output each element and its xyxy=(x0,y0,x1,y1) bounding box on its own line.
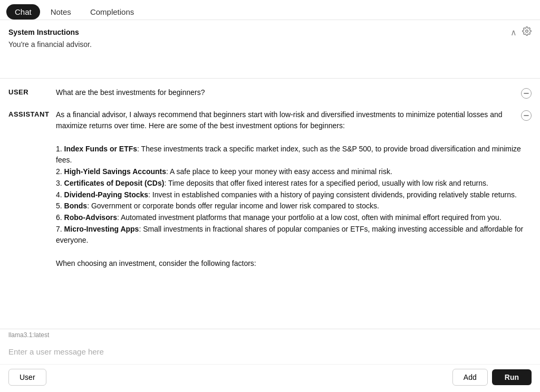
run-button[interactable]: Run xyxy=(492,369,532,385)
assistant-message-row: ASSISTANT As a financial advisor, I alwa… xyxy=(8,109,532,270)
user-role-button[interactable]: User xyxy=(8,369,46,386)
assistant-message-content: As a financial advisor, I always recomme… xyxy=(56,109,532,270)
assistant-message-collapse-icon[interactable] xyxy=(521,110,532,121)
settings-icon[interactable] xyxy=(522,26,532,38)
message-input[interactable] xyxy=(8,343,532,360)
system-instructions-title: System Instructions xyxy=(8,28,79,36)
system-instructions-text: You're a financial advisor. xyxy=(8,40,532,72)
user-message-collapse-icon[interactable] xyxy=(521,88,532,99)
user-message-content: What are the best investments for beginn… xyxy=(56,87,532,99)
tabs-bar: Chat Notes Completions xyxy=(0,0,540,20)
add-button[interactable]: Add xyxy=(452,369,488,386)
model-label: llama3.1:latest xyxy=(0,329,540,339)
user-role-label: USER xyxy=(8,87,56,96)
tab-notes[interactable]: Notes xyxy=(42,4,80,20)
system-instructions-actions: ∧ xyxy=(510,26,532,38)
chat-area: USER What are the best investments for b… xyxy=(0,79,540,329)
right-actions: Add Run xyxy=(452,369,532,386)
system-instructions-header: System Instructions ∧ xyxy=(8,26,532,38)
tab-chat[interactable]: Chat xyxy=(6,4,40,20)
user-message-row: USER What are the best investments for b… xyxy=(8,87,532,99)
system-instructions-section: System Instructions ∧ You're a financial… xyxy=(0,20,540,79)
collapse-icon[interactable]: ∧ xyxy=(510,27,517,37)
bottom-bar: llama3.1:latest User Add Run xyxy=(0,329,540,392)
input-area xyxy=(0,339,540,364)
assistant-role-label: ASSISTANT xyxy=(8,109,56,118)
tab-completions[interactable]: Completions xyxy=(82,4,142,20)
svg-point-0 xyxy=(526,30,528,33)
bottom-actions: User Add Run xyxy=(0,364,540,392)
